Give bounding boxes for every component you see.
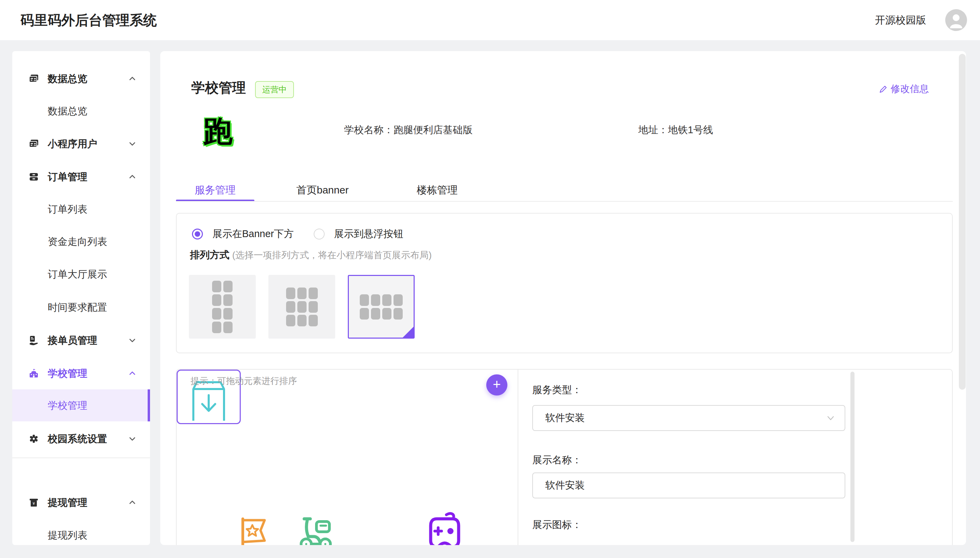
display-name-input[interactable]: 软件安装 bbox=[532, 473, 845, 498]
delivery-scooter-icon[interactable] bbox=[296, 513, 334, 545]
sidebar-subitem-withdraw-list[interactable]: 提现列表 bbox=[12, 519, 150, 545]
display-position-radio-group: 展示在Banner下方 展示到悬浮按钮 bbox=[192, 227, 404, 241]
service-editor-section: 提示：可拖动元素进行排序 + bbox=[176, 369, 953, 545]
drag-hint: 提示：可拖动元素进行排序 bbox=[191, 375, 297, 387]
page-title: 学校管理 bbox=[191, 78, 246, 97]
sidebar-item-courier-management[interactable]: 接单员管理 bbox=[12, 324, 150, 356]
edition-label: 开源校园版 bbox=[875, 0, 926, 40]
miniprogram-users-icon bbox=[29, 139, 39, 149]
edit-info-link[interactable]: 修改信息 bbox=[879, 82, 929, 95]
flag-star-icon[interactable] bbox=[237, 515, 271, 545]
sidebar-item-school-management[interactable]: 学校管理 bbox=[12, 357, 150, 389]
radio-float-button-label[interactable]: 展示到悬浮按钮 bbox=[334, 227, 404, 241]
main-panel: 学校管理 运营中 修改信息 跑 学校名称：跑腿便利店基础版 地址：地铁1号线 服… bbox=[160, 51, 966, 545]
active-indicator-bar bbox=[148, 389, 150, 422]
person-icon bbox=[945, 9, 967, 31]
display-icon-label: 展示图标： bbox=[532, 518, 582, 532]
select-chevron-down-icon bbox=[826, 414, 835, 422]
tab-bottom-line bbox=[176, 201, 953, 202]
chevron-up-icon bbox=[128, 173, 137, 181]
sidebar-subitem-time-requirement-config[interactable]: 时间要求配置 bbox=[12, 291, 150, 323]
sidebar: 数据总览 数据总览 小程序用户 订单管理 订单列表 资金走向列表 订单大厅展示 … bbox=[12, 51, 150, 545]
school-icon bbox=[29, 368, 39, 379]
pencil-icon bbox=[879, 84, 888, 94]
school-logo: 跑 bbox=[200, 115, 236, 149]
layout-option-4x2-selected[interactable] bbox=[348, 275, 415, 339]
top-bar: 码里码外后台管理系统 开源校园版 bbox=[0, 0, 980, 40]
courier-icon bbox=[29, 335, 39, 345]
sidebar-item-withdraw-management[interactable]: ¥ 提现管理 bbox=[12, 486, 150, 519]
chevron-up-icon bbox=[128, 369, 137, 377]
sidebar-subitem-fund-flow-list[interactable]: 资金走向列表 bbox=[12, 225, 150, 258]
layout-options bbox=[189, 275, 415, 339]
app-title: 码里码外后台管理系统 bbox=[20, 0, 157, 40]
service-type-label: 服务类型： bbox=[532, 383, 582, 397]
chevron-down-icon bbox=[128, 140, 137, 148]
school-name: 学校名称：跑腿便利店基础版 bbox=[344, 123, 473, 137]
main-scrollbar[interactable] bbox=[959, 54, 966, 390]
arrange-mode-title: 排列方式 bbox=[190, 249, 229, 260]
sidebar-subitem-school-management[interactable]: 学校管理 bbox=[12, 389, 150, 422]
chevron-down-icon bbox=[128, 336, 137, 345]
sidebar-subitem-data-overview[interactable]: 数据总览 bbox=[12, 95, 150, 127]
status-badge: 运营中 bbox=[255, 81, 294, 98]
add-service-button[interactable]: + bbox=[486, 374, 507, 396]
orders-icon bbox=[29, 172, 39, 182]
service-type-select[interactable]: 软件安装 bbox=[532, 405, 845, 431]
radio-float-button[interactable] bbox=[314, 228, 324, 240]
school-address: 地址：地铁1号线 bbox=[638, 123, 713, 137]
sidebar-subitem-order-list[interactable]: 订单列表 bbox=[12, 193, 150, 225]
chevron-up-icon bbox=[128, 75, 137, 83]
display-name-label: 展示名称： bbox=[532, 453, 582, 467]
layout-option-3x3[interactable] bbox=[268, 275, 335, 339]
arrange-mode-note: (选择一项排列方式，将在小程序端首页展示布局) bbox=[232, 250, 432, 260]
svg-text:¥: ¥ bbox=[33, 501, 35, 506]
campus-settings-icon bbox=[29, 434, 39, 444]
tab-building-management[interactable]: 楼栋管理 bbox=[417, 183, 458, 197]
sidebar-item-data-overview[interactable]: 数据总览 bbox=[12, 63, 150, 95]
tab-service-management[interactable]: 服务管理 bbox=[176, 183, 254, 197]
sidebar-item-order-management[interactable]: 订单管理 bbox=[12, 161, 150, 193]
radio-banner-below[interactable] bbox=[192, 228, 203, 240]
layout-option-2x4[interactable] bbox=[189, 275, 256, 339]
sidebar-item-campus-system-settings[interactable]: 校园系统设置 bbox=[12, 423, 150, 455]
sidebar-subitem-order-hall-display[interactable]: 订单大厅展示 bbox=[12, 258, 150, 290]
chevron-down-icon bbox=[128, 435, 137, 443]
data-overview-icon bbox=[29, 74, 39, 84]
sidebar-section-divider bbox=[12, 458, 150, 458]
tab-home-banner[interactable]: 首页banner bbox=[296, 183, 349, 197]
chevron-up-icon bbox=[128, 498, 137, 507]
sidebar-item-miniprogram-users[interactable]: 小程序用户 bbox=[12, 128, 150, 160]
arrange-mode-row: 排列方式 (选择一项排列方式，将在小程序端首页展示布局) bbox=[190, 248, 432, 262]
display-options-section: 展示在Banner下方 展示到悬浮按钮 排列方式 (选择一项排列方式，将在小程序… bbox=[176, 213, 953, 353]
gamepad-icon[interactable] bbox=[426, 510, 463, 545]
form-scrollbar[interactable] bbox=[850, 372, 855, 542]
editor-divider bbox=[518, 369, 518, 545]
radio-banner-below-label[interactable]: 展示在Banner下方 bbox=[212, 227, 294, 241]
withdraw-icon: ¥ bbox=[29, 497, 39, 507]
user-avatar[interactable] bbox=[945, 9, 967, 31]
